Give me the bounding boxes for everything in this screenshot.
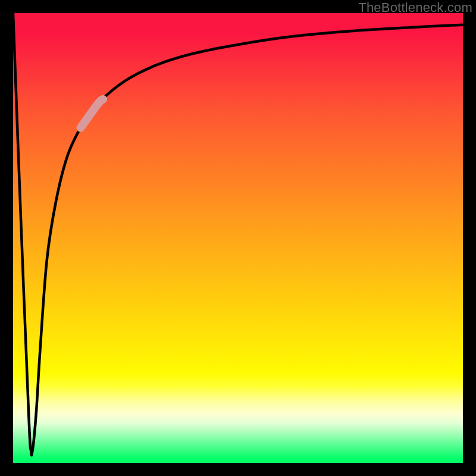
bottleneck-curve <box>13 13 463 455</box>
plot-area <box>13 13 463 463</box>
attribution-label: TheBottleneck.com <box>358 0 472 15</box>
chart-stage: TheBottleneck.com <box>0 0 476 476</box>
curve-layer <box>13 13 463 463</box>
highlight-segment <box>80 99 103 128</box>
